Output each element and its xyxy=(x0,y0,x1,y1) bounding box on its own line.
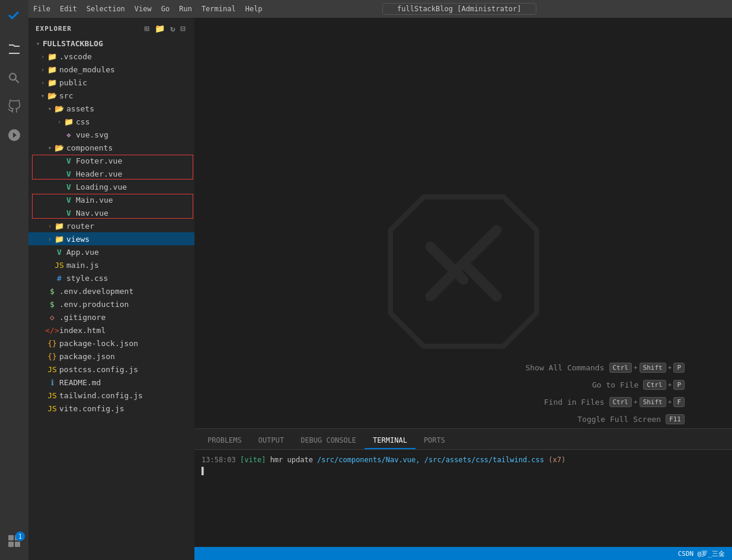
tree-item-vite[interactable]: › JS vite.config.js xyxy=(28,402,194,415)
tree-item-nav-vue[interactable]: › V Nav.vue xyxy=(28,206,194,219)
title-search: fullStackBlog [Administrator] xyxy=(263,5,656,13)
tree-item-loading-vue[interactable]: › V Loading.vue xyxy=(28,180,194,193)
refresh-icon[interactable]: ↻ xyxy=(169,23,177,34)
tree-item-assets[interactable]: ▾ 📂 assets xyxy=(28,102,194,115)
label-vite: vite.config.js xyxy=(59,404,124,413)
terminal-content[interactable]: 13:58:03 [vite] hmr update /src/componen… xyxy=(194,450,732,547)
file-icon-app-vue: V xyxy=(55,247,64,257)
label-main-vue: Main.vue xyxy=(76,196,113,204)
shortcut-fullscreen: Toggle Full Screen F11 xyxy=(525,414,685,424)
menu-help[interactable]: Help xyxy=(245,5,263,13)
new-folder-icon[interactable]: 📁 xyxy=(154,23,167,34)
file-icon-main-js: JS xyxy=(55,260,64,270)
project-label: FULLSTACKBLOG xyxy=(43,39,103,48)
label-index-html: index.html xyxy=(59,326,106,335)
tree-item-header-vue[interactable]: › V Header.vue xyxy=(28,167,194,180)
plus-2: + xyxy=(668,364,672,372)
shortcut-find-files: Find in Files Ctrl + Shift + F xyxy=(525,397,685,407)
project-arrow: ▾ xyxy=(33,39,43,48)
tab-ports[interactable]: PORTS xyxy=(415,433,453,449)
source-control-icon[interactable] xyxy=(0,92,28,121)
label-package-lock: package-lock.json xyxy=(59,339,138,348)
tree-item-app-vue[interactable]: › V App.vue xyxy=(28,245,194,258)
tree-item-router[interactable]: › 📁 router xyxy=(28,219,194,232)
key-ctrl-2: Ctrl xyxy=(643,380,666,390)
menu-terminal[interactable]: Terminal xyxy=(202,5,236,13)
tree-item-tailwind[interactable]: › JS tailwind.config.js xyxy=(28,389,194,402)
terminal-vite: [vite] xyxy=(240,456,266,464)
tree-item-package-lock[interactable]: › {} package-lock.json xyxy=(28,337,194,350)
tree-item-main-vue[interactable]: › V Main.vue xyxy=(28,193,194,206)
terminal-line-1: 13:58:03 [vite] hmr update /src/componen… xyxy=(202,455,725,466)
tab-terminal[interactable]: TERMINAL xyxy=(365,433,415,449)
content-area: EXPLORER ⊞ 📁 ↻ ⊟ ▾ FULLSTACKBLOG › 📁 xyxy=(28,18,732,560)
run-debug-icon[interactable] xyxy=(0,121,28,149)
vscode-watermark xyxy=(381,188,546,356)
project-root[interactable]: ▾ FULLSTACKBLOG xyxy=(28,37,194,50)
folder-icon-router: 📁 xyxy=(55,221,64,231)
shortcut-label-all-commands: Show All Commands xyxy=(525,363,604,372)
terminal-time: 13:58:03 xyxy=(202,456,236,464)
tree-item-gitignore[interactable]: › ◇ .gitignore xyxy=(28,311,194,324)
search-icon[interactable] xyxy=(0,64,28,92)
terminal-cmd: hmr update xyxy=(270,456,313,464)
collapse-icon[interactable]: ⊟ xyxy=(180,23,187,34)
file-icon-env-prod: $ xyxy=(47,299,57,309)
arrow-router: › xyxy=(45,221,55,231)
shortcut-keys-find-files: Ctrl + Shift + F xyxy=(609,397,685,407)
file-icon-loading-vue: V xyxy=(64,182,73,191)
label-loading-vue: Loading.vue xyxy=(76,183,127,191)
file-icon-package-lock: {} xyxy=(47,338,57,348)
plus-4: + xyxy=(634,398,638,406)
tree-item-style-css[interactable]: › # style.css xyxy=(28,271,194,284)
tree-item-env-prod[interactable]: › $ .env.production xyxy=(28,297,194,311)
tree-item-index-html[interactable]: › </> index.html xyxy=(28,324,194,337)
file-icon-env-dev: $ xyxy=(47,286,57,296)
menu-go[interactable]: Go xyxy=(161,5,170,13)
tree-item-components[interactable]: ▾ 📂 components xyxy=(28,141,194,154)
search-input[interactable]: fullStackBlog [Administrator] xyxy=(382,3,536,15)
menu-view[interactable]: View xyxy=(135,5,152,13)
tree-item-env-dev[interactable]: › $ .env.development xyxy=(28,284,194,297)
label-css: css xyxy=(76,117,89,126)
vscode-logo-icon[interactable] xyxy=(0,2,28,31)
tree-item-package-json[interactable]: › {} package.json xyxy=(28,350,194,363)
menu-selection[interactable]: Selection xyxy=(87,5,125,13)
tree-item-public[interactable]: › 📁 public xyxy=(28,76,194,89)
shortcut-goto-file: Go to File Ctrl + P xyxy=(525,380,685,390)
tree-item-node-modules[interactable]: › 📁 node_modules xyxy=(28,63,194,76)
folder-icon-views: 📁 xyxy=(55,234,64,244)
label-app-vue: App.vue xyxy=(66,248,99,257)
label-env-dev: .env.development xyxy=(59,287,133,296)
folder-icon-vscode: 📁 xyxy=(47,52,57,61)
arrow-css: › xyxy=(55,117,64,126)
key-shift-1: Shift xyxy=(640,363,666,373)
extensions-icon[interactable]: 1 xyxy=(0,527,28,555)
tree-item-readme[interactable]: › ℹ README.md xyxy=(28,376,194,389)
shortcut-keys-all-commands: Ctrl + Shift + P xyxy=(609,363,685,373)
explorer-icon[interactable] xyxy=(0,36,28,64)
menu-edit[interactable]: Edit xyxy=(60,5,77,13)
tab-problems[interactable]: PROBLEMS xyxy=(199,433,250,449)
tree-item-postcss[interactable]: › JS postcss.config.js xyxy=(28,363,194,376)
label-node-modules: node_modules xyxy=(59,65,115,74)
menu-run[interactable]: Run xyxy=(179,5,192,13)
tab-output[interactable]: OUTPUT xyxy=(250,433,292,449)
menu-file[interactable]: File xyxy=(33,5,50,13)
tree-item-vscode[interactable]: › 📁 .vscode xyxy=(28,50,194,63)
file-icon-vite: JS xyxy=(47,404,57,413)
file-icon-index-html: </> xyxy=(47,325,57,335)
tree-item-main-js[interactable]: › JS main.js xyxy=(28,258,194,271)
tree-item-src[interactable]: ▾ 📂 src xyxy=(28,89,194,102)
tab-debug-console[interactable]: DEBUG CONSOLE xyxy=(292,433,365,449)
tree-item-footer-vue[interactable]: › V Footer.vue xyxy=(28,154,194,167)
label-gitignore: .gitignore xyxy=(59,313,106,322)
file-icon-nav-vue: V xyxy=(64,208,73,217)
folder-icon-css: 📁 xyxy=(64,117,73,126)
new-file-icon[interactable]: ⊞ xyxy=(143,23,151,34)
label-package-json: package.json xyxy=(59,352,115,361)
tree-item-views[interactable]: › 📁 views xyxy=(28,232,194,245)
tree-item-vue-svg[interactable]: › ❖ vue.svg xyxy=(28,128,194,141)
tree-item-css[interactable]: › 📁 css xyxy=(28,115,194,128)
sidebar-tree: ▾ FULLSTACKBLOG › 📁 .vscode › 📁 node_mod… xyxy=(28,37,194,560)
